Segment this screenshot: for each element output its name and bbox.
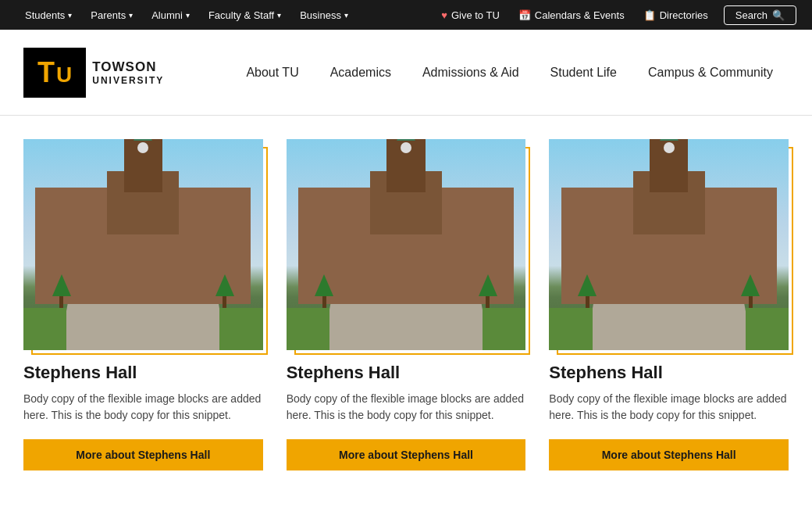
tower-roof-icon-2	[397, 139, 415, 141]
lawn-right-3	[746, 308, 789, 350]
chevron-down-icon: ▾	[68, 11, 72, 20]
tree-right-3	[741, 274, 760, 308]
lawn-right-2	[483, 308, 525, 350]
tree-trunk-r3	[749, 296, 753, 308]
tower-3	[650, 139, 688, 192]
clock-face-3	[664, 142, 675, 153]
chevron-down-icon: ▾	[344, 11, 348, 20]
nav-business[interactable]: Business ▾	[290, 0, 358, 30]
tree-top-r2	[479, 274, 497, 296]
nav-parents[interactable]: Parents ▾	[81, 0, 142, 30]
tower-roof-icon	[134, 139, 152, 141]
logo-text: TOWSON UNIVERSITY	[86, 53, 187, 92]
tree-top-icon-r	[215, 274, 234, 296]
road	[59, 304, 227, 350]
nav-students[interactable]: Students ▾	[16, 0, 81, 30]
calendars-events-link[interactable]: 📅 Calendars & Events	[509, 0, 634, 30]
tree-trunk-3	[586, 296, 589, 308]
card-1-body: Body copy of the flexible image blocks a…	[23, 391, 263, 424]
card-2-button[interactable]: More about Stephens Hall	[287, 439, 526, 470]
nav-admissions[interactable]: Admissions & Aid	[407, 30, 535, 116]
give-to-tu-link[interactable]: ♥ Give to TU	[432, 0, 509, 30]
cards-grid: Stephens Hall Body copy of the flexible …	[23, 139, 789, 470]
tree-top-2	[315, 274, 333, 296]
nav-alumni[interactable]: Alumni ▾	[142, 0, 199, 30]
logo-tu: T U	[37, 59, 72, 87]
building-scene-3	[549, 139, 789, 350]
tree-trunk-2	[322, 296, 326, 308]
card-1-title: Stephens Hall	[23, 363, 263, 383]
clock-face	[137, 142, 148, 153]
card-3-image	[549, 139, 789, 350]
card-2-title: Stephens Hall	[287, 363, 526, 383]
card-3: Stephens Hall Body copy of the flexible …	[549, 139, 789, 470]
nav-student-life[interactable]: Student Life	[535, 30, 632, 116]
building-scene-2	[287, 139, 526, 350]
card-3-title: Stephens Hall	[549, 363, 789, 383]
tree-trunk-r2	[486, 296, 490, 308]
card-2: Stephens Hall Body copy of the flexible …	[287, 139, 526, 470]
nav-about-tu[interactable]: About TU	[230, 30, 314, 116]
tree-trunk-icon-r	[223, 296, 226, 308]
tree-right	[215, 274, 234, 308]
content-area: Stephens Hall Body copy of the flexible …	[0, 116, 812, 508]
card-1-button[interactable]: More about Stephens Hall	[23, 439, 263, 470]
card-1-image	[23, 139, 263, 350]
tower	[124, 139, 162, 192]
tree-top-r3	[741, 274, 760, 296]
tower-roof-icon-3	[660, 139, 678, 141]
card-2-body: Body copy of the flexible image blocks a…	[287, 391, 526, 424]
card-3-body: Body copy of the flexible image blocks a…	[549, 391, 789, 424]
logo[interactable]: T U TOWSON UNIVERSITY	[23, 48, 187, 98]
tree-left	[52, 274, 71, 308]
road-3	[585, 304, 753, 350]
card-3-button[interactable]: More about Stephens Hall	[549, 439, 789, 470]
card-3-image-wrapper	[549, 139, 789, 350]
utility-nav: Students ▾ Parents ▾ Alumni ▾ Faculty & …	[16, 0, 432, 30]
tree-top-3	[578, 274, 597, 296]
lawn-left-3	[549, 308, 592, 350]
logo-box: T U	[23, 48, 86, 98]
chevron-down-icon: ▾	[129, 11, 133, 20]
chevron-down-icon: ▾	[277, 11, 281, 20]
lawn-left	[23, 308, 66, 350]
utility-right: ♥ Give to TU 📅 Calendars & Events 📋 Dire…	[432, 0, 796, 30]
logo-u-wrapper: U	[56, 64, 72, 86]
nav-campus-community[interactable]: Campus & Community	[632, 30, 789, 116]
card-2-image	[287, 139, 526, 350]
calendar-icon: 📅	[518, 9, 531, 21]
heart-icon: ♥	[441, 9, 447, 21]
utility-bar: Students ▾ Parents ▾ Alumni ▾ Faculty & …	[0, 0, 812, 30]
tower-2	[386, 139, 425, 192]
card-1-image-wrapper	[23, 139, 263, 350]
main-nav-links: About TU Academics Admissions & Aid Stud…	[211, 30, 789, 116]
tree-right-2	[479, 274, 497, 308]
lawn-right	[219, 308, 262, 350]
directory-icon: 📋	[643, 9, 656, 21]
nav-academics[interactable]: Academics	[315, 30, 407, 116]
search-icon: 🔍	[772, 9, 785, 21]
building-scene-1	[23, 139, 263, 350]
main-nav: T U TOWSON UNIVERSITY About TU Academics…	[0, 30, 812, 116]
tree-trunk-icon	[59, 296, 63, 308]
tree-top-icon	[52, 274, 71, 296]
chevron-down-icon: ▾	[186, 11, 190, 20]
card-1: Stephens Hall Body copy of the flexible …	[23, 139, 263, 470]
lawn-left-2	[287, 308, 329, 350]
road-2	[322, 304, 490, 350]
search-button[interactable]: Search 🔍	[724, 5, 796, 25]
nav-faculty-staff[interactable]: Faculty & Staff ▾	[199, 0, 290, 30]
directories-link[interactable]: 📋 Directories	[634, 0, 718, 30]
card-2-image-wrapper	[287, 139, 526, 350]
clock-face-2	[401, 142, 411, 153]
tree-left-3	[578, 274, 597, 308]
main-header: T U TOWSON UNIVERSITY About TU Academics…	[0, 30, 812, 116]
tree-left-2	[315, 274, 333, 308]
